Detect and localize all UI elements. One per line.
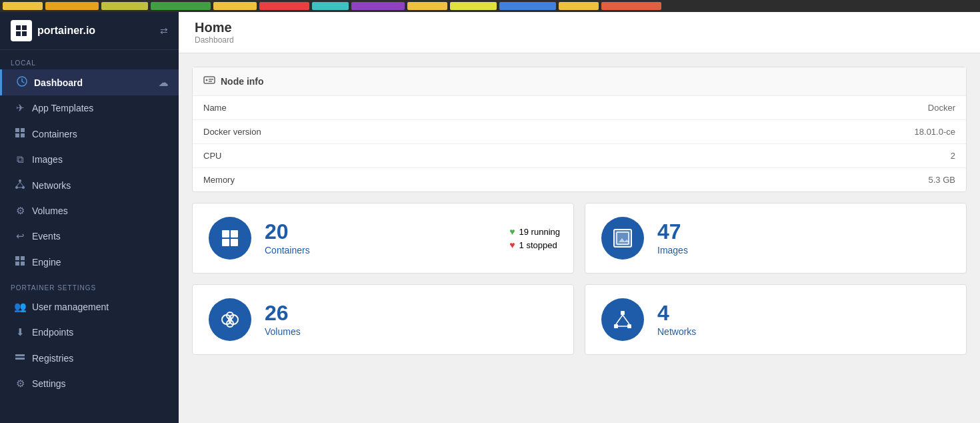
browser-tab[interactable] [407, 2, 447, 10]
volumes-label: Volumes [265, 326, 301, 337]
dashboard-label: Dashboard [34, 77, 159, 88]
browser-tab[interactable] [3, 2, 43, 10]
running-status: ♥ 19 running [509, 226, 560, 237]
browser-tab[interactable] [351, 2, 405, 10]
engine-icon [11, 256, 29, 268]
svg-rect-27 [222, 239, 229, 246]
svg-line-12 [17, 182, 20, 186]
node-info-title: Node info [221, 76, 264, 87]
breadcrumb: Dashboard [195, 35, 964, 45]
browser-tab[interactable] [450, 2, 497, 10]
content-body: Node info Name Docker Docker version 18.… [179, 53, 980, 423]
svg-rect-16 [21, 256, 25, 260]
svg-rect-8 [21, 133, 25, 137]
svg-line-40 [616, 315, 623, 324]
stat-card-containers[interactable]: 20 Containers ♥ 19 running ♥ 1 stopped [192, 203, 574, 274]
main-content: Home Dashboard Node info Name Docker [179, 12, 980, 423]
table-row: Memory 5.3 GB [193, 168, 966, 192]
stats-grid: 20 Containers ♥ 19 running ♥ 1 stopped [192, 203, 967, 355]
sidebar-item-volumes[interactable]: ⚙ Volumes [0, 198, 179, 224]
sidebar-item-registries[interactable]: Registries [0, 345, 179, 371]
row-key: Name [193, 96, 625, 120]
sidebar-item-networks[interactable]: Networks [0, 172, 179, 198]
page-title: Home [195, 20, 964, 35]
networks-count: 4 [657, 302, 696, 324]
dashboard-icon [13, 76, 31, 89]
svg-rect-15 [15, 256, 19, 260]
sidebar-item-events[interactable]: ↩ Events [0, 224, 179, 249]
stat-card-volumes[interactable]: 26 Volumes [192, 284, 574, 355]
table-row: CPU 2 [193, 144, 966, 168]
sidebar-item-images[interactable]: ⧉ Images [0, 147, 179, 172]
node-info-icon [203, 74, 215, 89]
row-value: 2 [625, 144, 966, 168]
row-value: 18.01.0-ce [625, 120, 966, 144]
svg-rect-19 [15, 354, 25, 356]
browser-tab[interactable] [312, 2, 349, 10]
stat-card-networks[interactable]: 4 Networks [585, 284, 967, 355]
svg-rect-18 [21, 262, 25, 266]
sidebar-logo[interactable]: portainer.io ⇄ [0, 12, 179, 50]
events-label: Events [32, 231, 168, 242]
stopped-status: ♥ 1 stopped [509, 240, 560, 250]
endpoints-icon: ⬇ [11, 326, 29, 338]
svg-rect-17 [15, 262, 19, 266]
sidebar-toggle-icon[interactable]: ⇄ [160, 25, 168, 36]
stopped-heart-icon: ♥ [509, 240, 515, 250]
svg-rect-0 [16, 25, 21, 30]
browser-tab[interactable] [601, 2, 661, 10]
images-count: 47 [657, 221, 688, 242]
sidebar-item-app-templates[interactable]: ✈ App Templates [0, 95, 179, 121]
containers-label: Containers [265, 245, 310, 256]
svg-rect-7 [15, 133, 19, 137]
node-info-table: Name Docker Docker version 18.01.0-ce CP… [193, 96, 966, 191]
browser-tab[interactable] [259, 2, 309, 10]
browser-tab[interactable] [101, 2, 148, 10]
svg-rect-2 [16, 31, 21, 36]
containers-stat-info: 20 Containers [265, 221, 310, 256]
stat-card-images[interactable]: 47 Images [585, 203, 967, 274]
containers-count: 20 [265, 221, 310, 242]
images-icon: ⧉ [11, 153, 29, 165]
node-info-header: Node info [193, 67, 966, 96]
svg-line-41 [623, 315, 629, 324]
events-icon: ↩ [11, 230, 29, 242]
browser-tab[interactable] [559, 2, 599, 10]
main-layout: portainer.io ⇄ LOCAL Dashboard ☁ ✈ App T… [0, 12, 980, 423]
sidebar-item-containers[interactable]: Containers [0, 121, 179, 147]
browser-tab[interactable] [213, 2, 257, 10]
svg-rect-31 [615, 231, 630, 246]
settings-label: Settings [32, 378, 168, 389]
sidebar-item-endpoints[interactable]: ⬇ Endpoints [0, 320, 179, 345]
sidebar-item-engine[interactable]: Engine [0, 249, 179, 275]
browser-tab[interactable] [151, 2, 211, 10]
portainer-section-label: PORTAINER SETTINGS [0, 275, 179, 294]
svg-rect-28 [231, 239, 238, 246]
images-label: Images [32, 154, 168, 165]
containers-label: Containers [32, 129, 168, 139]
browser-tab[interactable] [499, 2, 556, 10]
svg-point-22 [206, 79, 208, 81]
registries-icon [11, 352, 29, 364]
svg-rect-25 [222, 230, 229, 238]
svg-rect-37 [621, 311, 625, 315]
volumes-icon: ⚙ [11, 205, 29, 217]
sidebar-item-settings[interactable]: ⚙ Settings [0, 371, 179, 396]
sidebar-item-user-management[interactable]: 👥 User management [0, 294, 179, 320]
svg-rect-21 [204, 77, 215, 83]
sidebar: portainer.io ⇄ LOCAL Dashboard ☁ ✈ App T… [0, 12, 179, 423]
images-label: Images [657, 245, 688, 256]
browser-tab[interactable] [45, 2, 99, 10]
images-stat-info: 47 Images [657, 221, 688, 256]
svg-line-13 [20, 182, 23, 186]
svg-rect-24 [209, 81, 212, 82]
svg-rect-26 [231, 230, 238, 238]
networks-icon [11, 179, 29, 191]
running-count: 19 running [519, 227, 560, 237]
networks-label: Networks [32, 180, 168, 191]
row-value: Docker [625, 96, 966, 120]
sidebar-item-dashboard[interactable]: Dashboard ☁ [0, 69, 179, 95]
volumes-count: 26 [265, 302, 301, 324]
containers-icon [11, 127, 29, 140]
networks-stat-icon [601, 298, 644, 341]
